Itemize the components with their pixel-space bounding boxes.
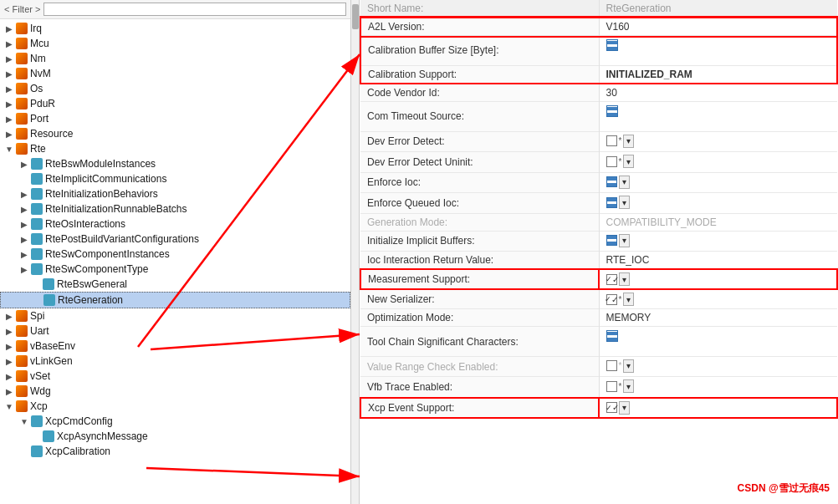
dev-error-detect-uninit-control[interactable]: * ▾ [606, 155, 635, 168]
new-serializer-control[interactable]: ✓ * ▾ [606, 293, 635, 306]
dev-error-detect-checkbox[interactable] [606, 135, 617, 146]
tree-item-rte[interactable]: ▼ Rte [0, 141, 350, 156]
toggle-port[interactable]: ▶ [3, 115, 15, 124]
tree-item-xcpasynch[interactable]: ▶ XcpAsynchMessage [0, 429, 350, 444]
toggle-rteosinteractions[interactable]: ▶ [18, 220, 30, 229]
enforce-ioc-control[interactable]: ▾ [606, 176, 630, 189]
enforce-queued-ioc-dropdown[interactable]: ▾ [619, 196, 630, 209]
value-range-check-checkbox[interactable] [606, 360, 617, 371]
xcp-event-support-checkbox[interactable]: ✓ [606, 402, 617, 413]
tree-item-rtebswmoduleinstances[interactable]: ▶ RteBswModuleInstances [0, 156, 350, 171]
tree-item-irq[interactable]: ▶ Irq [0, 21, 350, 36]
tree-scrollbar[interactable] [351, 0, 360, 504]
toggle-os[interactable]: ▶ [3, 84, 15, 94]
xcp-event-support-control[interactable]: ✓ ▾ [606, 401, 630, 415]
tree-item-rteinitbehav[interactable]: ▶ RteInitializationBehaviors [0, 186, 350, 201]
toggle-spi[interactable]: ▶ [3, 312, 15, 321]
tree-item-os[interactable]: ▶ Os [0, 81, 350, 96]
new-serializer-checkbox[interactable]: ✓ [606, 294, 617, 305]
vfb-trace-enabled-control[interactable]: * ▾ [606, 379, 635, 393]
right-panel: Short Name: RteGeneration A2L Version: V… [360, 0, 838, 504]
tree-item-resource[interactable]: ▶ Resource [0, 126, 350, 141]
toggle-resource[interactable]: ▶ [3, 130, 15, 139]
toggle-mcu[interactable]: ▶ [3, 39, 15, 48]
measurement-support-checkbox[interactable]: ✓ [606, 274, 617, 285]
tree-item-spi[interactable]: ▶ Spi [0, 308, 350, 323]
init-implicit-buffers-dropdown[interactable]: ▾ [619, 234, 630, 247]
property-row-enforce-queued-ioc: Enforce Queued Ioc: ▾ [360, 193, 837, 214]
tree-item-rteinitrunnable[interactable]: ▶ RteInitializationRunnableBatchs [0, 201, 350, 216]
measurement-support-control[interactable]: ✓ ▾ [606, 272, 630, 286]
tree-item-vset[interactable]: ▶ vSet [0, 369, 350, 384]
tree-item-rtepostbuild[interactable]: ▶ RtePostBuildVariantConfigurations [0, 232, 350, 247]
com-timeout-input[interactable] [606, 117, 815, 129]
com-timeout-value [599, 101, 837, 131]
a2l-version-label-text: A2L Version: [368, 21, 425, 33]
tree-item-wdg[interactable]: ▶ Wdg [0, 384, 350, 399]
vfb-trace-enabled-checkbox[interactable] [606, 381, 617, 392]
icon-xcpasynch [42, 430, 55, 443]
toggle-rte[interactable]: ▼ [3, 145, 15, 154]
properties-scroll-area[interactable]: Short Name: RteGeneration A2L Version: V… [360, 0, 838, 504]
tool-chain-input[interactable] [606, 342, 815, 354]
tree-item-xcpcalibration[interactable]: ▶ XcpCalibration [0, 444, 350, 459]
toggle-vset[interactable]: ▶ [3, 372, 15, 381]
tree-item-port[interactable]: ▶ Port [0, 111, 350, 126]
tree-item-mcu[interactable]: ▶ Mcu [0, 36, 350, 51]
dev-error-detect-control[interactable]: * ▾ [606, 135, 635, 148]
tree-item-rteimplicit[interactable]: ▶ RteImplicitCommunications [0, 171, 350, 186]
toggle-rteswcompinst[interactable]: ▶ [18, 250, 30, 259]
cal-buffer-size-input[interactable] [606, 51, 814, 63]
toggle-pdur[interactable]: ▶ [3, 99, 15, 109]
measurement-support-label-text: Measurement Support: [368, 273, 470, 285]
tree-item-uart[interactable]: ▶ Uart [0, 323, 350, 339]
dev-error-uninit-dropdown[interactable]: ▾ [623, 155, 634, 168]
toggle-uart[interactable]: ▶ [3, 327, 15, 336]
tree-item-rtegeneration[interactable]: ▶ RteGeneration [0, 292, 350, 308]
toggle-rteinitbehav[interactable]: ▶ [18, 190, 30, 199]
dev-error-detect-dropdown[interactable]: ▾ [623, 135, 634, 148]
tree-item-xcp[interactable]: ▼ Xcp [0, 399, 350, 414]
toggle-rtebswmod[interactable]: ▶ [18, 160, 30, 169]
value-range-check-control[interactable]: * ▾ [606, 359, 635, 373]
vfb-trace-dropdown[interactable]: ▾ [623, 379, 634, 393]
tree-item-pdur[interactable]: ▶ PduR [0, 96, 350, 111]
measurement-support-dropdown[interactable]: ▾ [619, 272, 630, 286]
toggle-nvm[interactable]: ▶ [3, 69, 15, 79]
new-serializer-dropdown[interactable]: ▾ [623, 293, 634, 306]
property-row-init-implicit-buffers: Initialize Implicit Buffers: ▾ [360, 231, 837, 252]
label-vbaseenv: vBaseEnv [30, 340, 75, 352]
toggle-rteinitrunnable[interactable]: ▶ [18, 205, 30, 214]
toggle-xcpcmdconfig[interactable]: ▼ [18, 417, 30, 426]
enforce-ioc-dropdown[interactable]: ▾ [619, 176, 630, 189]
tree-item-rteswcompinst[interactable]: ▶ RteSwComponentInstances [0, 247, 350, 262]
toggle-rteswcomptype[interactable]: ▶ [18, 265, 30, 274]
short-name-value: RteGeneration [599, 0, 837, 18]
scrollbar-thumb[interactable] [352, 4, 359, 29]
enforce-queued-ioc-control[interactable]: ▾ [606, 196, 630, 209]
tree-item-rteosinteractions[interactable]: ▶ RteOsInteractions [0, 216, 350, 232]
tree-item-xcpcmdconfig[interactable]: ▼ XcpCmdConfig [0, 414, 350, 429]
toggle-xcp[interactable]: ▼ [3, 402, 15, 411]
tree-item-nm[interactable]: ▶ Nm [0, 51, 350, 66]
value-range-check-dropdown[interactable]: ▾ [623, 359, 634, 373]
toggle-rtepostbuild[interactable]: ▶ [18, 235, 30, 244]
tree-item-nvm[interactable]: ▶ NvM [0, 66, 350, 81]
toggle-wdg[interactable]: ▶ [3, 387, 15, 396]
init-implicit-buffers-control[interactable]: ▾ [606, 234, 630, 247]
dev-error-detect-uninit-checkbox[interactable] [606, 156, 617, 167]
tree-item-vbaseenv[interactable]: ▶ vBaseEnv [0, 339, 350, 354]
filter-input[interactable] [43, 3, 346, 16]
tree-item-rtebswgeneral[interactable]: ▶ RteBswGeneral [0, 277, 350, 292]
icon-rteimplicit [30, 172, 43, 186]
tree-item-vlinkgen[interactable]: ▶ vLinkGen [0, 354, 350, 369]
toggle-irq[interactable]: ▶ [3, 24, 15, 33]
toggle-nm[interactable]: ▶ [3, 54, 15, 64]
grid-icon-cal [606, 39, 618, 51]
xcp-event-support-dropdown[interactable]: ▾ [619, 401, 630, 415]
toggle-vlinkgen[interactable]: ▶ [3, 357, 15, 366]
toggle-vbaseenv[interactable]: ▶ [3, 342, 15, 351]
tree-item-rteswcomptype[interactable]: ▶ RteSwComponentType [0, 262, 350, 277]
grid-icon-com [606, 105, 618, 117]
enforce-queued-ioc-label: Enforce Queued Ioc: [360, 193, 599, 214]
